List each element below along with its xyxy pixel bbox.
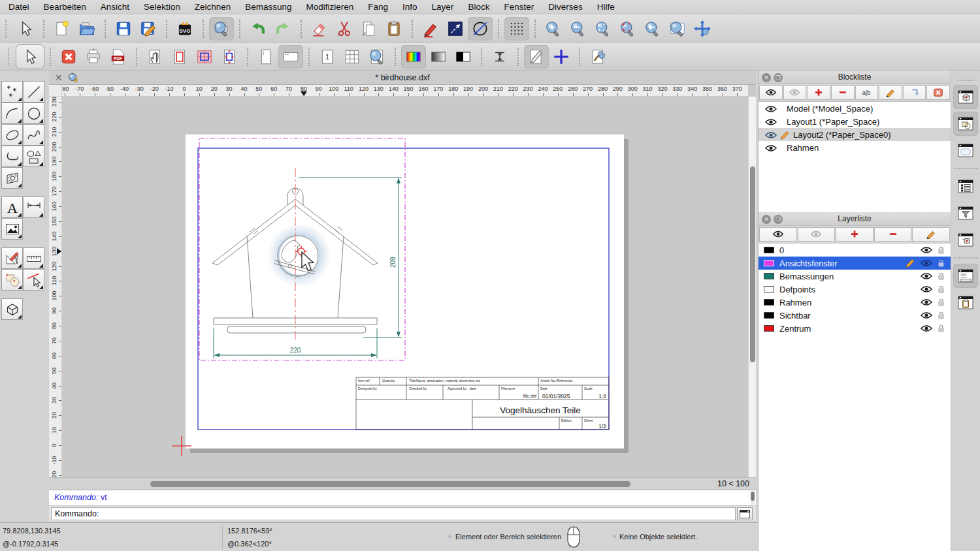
layer-color-swatch[interactable]: [764, 312, 774, 319]
copy-button[interactable]: +: [357, 17, 382, 40]
horizontal-scrollbar[interactable]: 10 < 100: [49, 477, 756, 490]
layer-lock-icon[interactable]: [937, 245, 945, 255]
layer-lock-icon[interactable]: [937, 259, 945, 268]
svg-export-button[interactable]: SVG: [172, 17, 197, 40]
layer-minus-button[interactable]: [874, 227, 912, 242]
one-page-button[interactable]: 1: [315, 45, 340, 69]
multi-pages-button[interactable]: [192, 45, 217, 69]
block-ab-button[interactable]: a|b: [855, 86, 879, 100]
menu-modifizieren[interactable]: Modifizieren: [306, 2, 354, 12]
print-preview-button[interactable]: [209, 17, 234, 40]
layer-visibility-eye-icon[interactable]: [920, 298, 933, 307]
layer-row-sichtbar[interactable]: Sichtbar: [759, 309, 951, 322]
dock-camera-toggle-button[interactable]: [953, 228, 978, 252]
zoom-selection-button[interactable]: [615, 17, 640, 40]
layer-pencil-button[interactable]: [912, 227, 950, 242]
menu-datei[interactable]: Datei: [8, 2, 29, 12]
block-plus-button[interactable]: [807, 86, 830, 100]
layer-row-0[interactable]: 0: [759, 244, 951, 257]
dock-property-toggle-button[interactable]: [953, 112, 978, 136]
dock-clipboard-toggle-button[interactable]: [953, 291, 978, 315]
dock-block-toggle-button[interactable]: [953, 85, 978, 109]
print-button[interactable]: [81, 45, 106, 69]
layer-row-ansichtsfenster[interactable]: Ansichtsfenster: [759, 257, 951, 270]
tool-dimension-button[interactable]: [23, 197, 44, 218]
zoom-window-button[interactable]: [665, 17, 690, 40]
tool-image-button[interactable]: [1, 218, 23, 240]
close-preview-button[interactable]: [56, 45, 81, 69]
hairline-button[interactable]: [487, 45, 512, 69]
tool-text-button[interactable]: A: [1, 197, 23, 218]
layer-eye-button[interactable]: [759, 227, 797, 242]
layer-lock-icon[interactable]: [937, 272, 945, 281]
paper-border-button[interactable]: [167, 45, 192, 69]
menu-zeichnen[interactable]: Zeichnen: [195, 2, 231, 12]
layer-visibility-eye-icon[interactable]: [920, 259, 933, 268]
panel-close-icon[interactable]: ✕: [762, 73, 771, 82]
menu-bemassung[interactable]: Bemassung: [245, 2, 291, 12]
layer-row-zentrum[interactable]: Zentrum: [759, 322, 951, 335]
pointer-button[interactable]: [13, 17, 38, 40]
block-row-layout2[interactable]: Layout2 (*Paper_Space0): [759, 128, 951, 141]
block-insert-button[interactable]: [903, 86, 926, 100]
tool-spline-button[interactable]: [23, 124, 44, 146]
tool-circle-button[interactable]: [23, 102, 44, 124]
save-as-button[interactable]: [136, 17, 161, 40]
line-tool-button[interactable]: [443, 17, 468, 40]
block-minus-button[interactable]: [831, 86, 855, 100]
menu-bearbeiten[interactable]: Bearbeiten: [44, 2, 86, 12]
block-visibility-eye-icon[interactable]: [764, 118, 777, 126]
panel-float-icon[interactable]: ❐: [774, 215, 783, 224]
block-pencil-button[interactable]: [879, 86, 902, 100]
block-row-model[interactable]: Model (*Model_Space): [759, 102, 951, 115]
tool-drawtools-button[interactable]: [1, 247, 23, 269]
menu-diverses[interactable]: Diverses: [548, 2, 583, 12]
menu-selektion[interactable]: Selektion: [144, 2, 180, 12]
tool-arc-button[interactable]: [1, 102, 23, 124]
layer-visibility-eye-icon[interactable]: [920, 285, 933, 294]
history-scrollbar[interactable]: [751, 492, 755, 505]
layer-color-swatch[interactable]: [764, 299, 774, 306]
layer-row-rahmen[interactable]: Rahmen: [759, 296, 951, 309]
pan-page-button[interactable]: [142, 45, 167, 69]
block-eye-off-button[interactable]: [783, 86, 807, 100]
tool-line-button[interactable]: [23, 81, 44, 102]
black-white-button[interactable]: [451, 45, 476, 69]
layer-plus-button[interactable]: [836, 227, 874, 242]
command-options-button[interactable]: [737, 507, 753, 520]
dock-command-toggle-button[interactable]: [953, 264, 978, 288]
paste-button[interactable]: [382, 17, 406, 40]
eraser-button[interactable]: [307, 17, 332, 40]
menu-hilfe[interactable]: Hilfe: [597, 2, 615, 12]
layer-color-swatch[interactable]: [764, 273, 774, 279]
menu-ansicht[interactable]: Ansicht: [101, 2, 129, 12]
vertical-scrollbar-thumb[interactable]: [750, 166, 755, 362]
layer-color-swatch[interactable]: [764, 247, 774, 253]
layer-lock-icon[interactable]: [937, 298, 945, 307]
dock-viewport-toggle-button[interactable]: [953, 138, 978, 163]
command-input[interactable]: [103, 509, 735, 518]
menu-fenster[interactable]: Fenster: [504, 2, 534, 12]
save-button[interactable]: [111, 17, 136, 40]
menu-block[interactable]: Block: [468, 2, 489, 12]
layer-visibility-eye-icon[interactable]: [920, 245, 933, 255]
block-row-rahmen[interactable]: Rahmen: [759, 141, 951, 154]
cut-button[interactable]: +: [332, 17, 357, 40]
block-eye-button[interactable]: [759, 86, 783, 100]
panel-close-icon[interactable]: ✕: [762, 215, 771, 224]
tool-hatch-button[interactable]: [1, 167, 23, 189]
layer-visibility-eye-icon[interactable]: [920, 272, 933, 281]
menu-info[interactable]: Info: [402, 2, 417, 12]
drawing-viewport[interactable]: 209 220 Item ref Quantity Title/Name,: [62, 97, 748, 477]
horizontal-scrollbar-thumb[interactable]: [150, 481, 630, 487]
notes-button[interactable]: [524, 45, 549, 69]
redo-button[interactable]: [270, 17, 295, 40]
pan-button[interactable]: [690, 17, 715, 40]
block-xbox-button[interactable]: [926, 86, 950, 100]
layer-lock-icon[interactable]: [937, 324, 945, 333]
menu-fang[interactable]: Fang: [368, 2, 388, 12]
new-file-button[interactable]: [50, 17, 74, 40]
block-visibility-eye-icon[interactable]: [764, 144, 777, 152]
draft-mode-button[interactable]: [468, 17, 493, 40]
tool-ellipse-button[interactable]: [1, 124, 23, 146]
